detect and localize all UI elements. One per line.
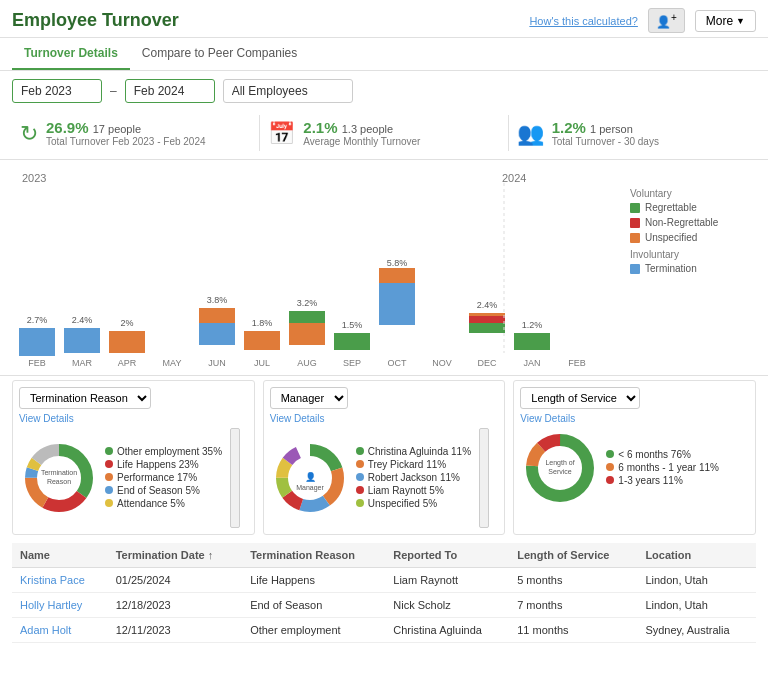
table-row: Adam Holt 12/11/2023 Other employment Ch… <box>12 618 756 643</box>
svg-text:1.8%: 1.8% <box>252 318 273 328</box>
col-reported-to: Reported To <box>385 543 509 568</box>
svg-rect-34 <box>469 313 505 316</box>
svg-text:👤: 👤 <box>304 471 316 483</box>
end-date-input[interactable] <box>125 79 215 103</box>
donut-panel-manager: Manager View Details 👤 Manager <box>263 380 506 535</box>
termination-reason-dropdown[interactable]: Termination Reason <box>19 387 151 409</box>
involuntary-label: Involuntary <box>630 249 752 260</box>
bar-chart-svg: 2023 2024 2.7% FEB 2.4% MAR 2% APR MAY 3… <box>12 168 602 368</box>
svg-rect-13 <box>199 323 235 345</box>
svg-text:JUL: JUL <box>254 358 270 368</box>
svg-text:DEC: DEC <box>477 358 497 368</box>
stat-30day-turnover: 👥 1.2% 1 person Total Turnover - 30 days <box>509 115 756 151</box>
employee-table-section: Name Termination Date ↑ Termination Reas… <box>0 543 768 651</box>
svg-text:2024: 2024 <box>502 172 526 184</box>
donut-chart-1: Termination Reason <box>19 438 99 518</box>
donut-content-2: 👤 Manager Christina Agluinda 11% Trey Pi… <box>270 428 499 528</box>
svg-rect-20 <box>289 323 325 345</box>
donut-legend-2: Christina Agluinda 11% Trey Pickard 11% … <box>356 446 471 511</box>
svg-rect-33 <box>469 316 505 323</box>
chevron-down-icon: ▼ <box>736 16 745 26</box>
chart-legend: Voluntary Regrettable Non-Regrettable Un… <box>626 168 756 371</box>
date-separator: – <box>110 84 117 98</box>
svg-text:Manager: Manager <box>296 484 324 492</box>
svg-text:2.4%: 2.4% <box>477 300 498 310</box>
page-title: Employee Turnover <box>12 10 179 31</box>
termination-date: 12/18/2023 <box>108 593 242 618</box>
svg-rect-6 <box>64 328 100 353</box>
svg-rect-14 <box>199 308 235 323</box>
donut-section: Termination Reason View Details Terminat… <box>0 375 768 543</box>
donut-legend-1: Other employment 35% Life Happens 23% Pe… <box>105 446 222 511</box>
termination-reason: Other employment <box>242 618 385 643</box>
donut-chart-2: 👤 Manager <box>270 438 350 518</box>
svg-text:3.8%: 3.8% <box>207 295 228 305</box>
svg-text:MAR: MAR <box>72 358 93 368</box>
regrettable-color <box>630 203 640 213</box>
termination-date: 01/25/2024 <box>108 568 242 593</box>
length-of-service: 11 months <box>509 618 637 643</box>
svg-rect-28 <box>379 268 415 283</box>
svg-text:FEB: FEB <box>568 358 586 368</box>
non-regrettable-color <box>630 218 640 228</box>
svg-text:Length of: Length of <box>546 459 575 467</box>
employee-filter-input[interactable] <box>223 79 353 103</box>
svg-text:Service: Service <box>549 468 572 475</box>
tab-compare-peers[interactable]: Compare to Peer Companies <box>130 38 309 70</box>
reported-to: Liam Raynott <box>385 568 509 593</box>
legend-non-regrettable: Non-Regrettable <box>630 217 752 228</box>
donut-panel-length-service: Length of Service View Details Length of… <box>513 380 756 535</box>
voluntary-label: Voluntary <box>630 188 752 199</box>
svg-text:Reason: Reason <box>47 478 71 485</box>
unspecified-color <box>630 233 640 243</box>
svg-text:2023: 2023 <box>22 172 46 184</box>
donut-panel-header-2: Manager <box>270 387 499 409</box>
stats-bar: ↻ 26.9% 17 people Total Turnover Feb 202… <box>0 111 768 160</box>
donut-scroll-1[interactable] <box>230 428 240 528</box>
more-button[interactable]: More ▼ <box>695 10 756 32</box>
svg-text:Termination: Termination <box>41 469 77 476</box>
svg-rect-32 <box>469 323 505 333</box>
stat-total-turnover: ↻ 26.9% 17 people Total Turnover Feb 202… <box>12 115 260 151</box>
donut-panel-termination-reason: Termination Reason View Details Terminat… <box>12 380 255 535</box>
donut-content-1: Termination Reason Other employment 35% … <box>19 428 248 528</box>
svg-text:OCT: OCT <box>388 358 408 368</box>
employee-name-link[interactable]: Adam Holt <box>12 618 108 643</box>
svg-text:FEB: FEB <box>28 358 46 368</box>
svg-text:JUN: JUN <box>208 358 226 368</box>
svg-text:2.7%: 2.7% <box>27 315 48 325</box>
svg-rect-9 <box>109 331 145 353</box>
svg-text:2%: 2% <box>120 318 133 328</box>
add-user-button[interactable]: 👤+ <box>648 8 685 33</box>
legend-regrettable: Regrettable <box>630 202 752 213</box>
svg-text:1.5%: 1.5% <box>342 320 363 330</box>
svg-rect-37 <box>514 333 550 350</box>
donut-content-3: Length of Service < 6 months 76% 6 month… <box>520 428 749 508</box>
employee-name-link[interactable]: Kristina Pace <box>12 568 108 593</box>
col-termination-date[interactable]: Termination Date ↑ <box>108 543 242 568</box>
termination-color <box>630 264 640 274</box>
termination-reason: End of Season <box>242 593 385 618</box>
donut-panel-header-1: Termination Reason <box>19 387 248 409</box>
svg-rect-24 <box>334 333 370 350</box>
svg-text:1.2%: 1.2% <box>522 320 543 330</box>
employee-table: Name Termination Date ↑ Termination Reas… <box>12 543 756 643</box>
length-service-dropdown[interactable]: Length of Service <box>520 387 640 409</box>
view-details-link-3[interactable]: View Details <box>520 413 749 424</box>
refresh-icon: ↻ <box>20 121 38 147</box>
location: Lindon, Utah <box>637 568 756 593</box>
tab-turnover-details[interactable]: Turnover Details <box>12 38 130 70</box>
legend-unspecified: Unspecified <box>630 232 752 243</box>
svg-rect-17 <box>244 331 280 350</box>
view-details-link-1[interactable]: View Details <box>19 413 248 424</box>
how-calculated-link[interactable]: How's this calculated? <box>529 15 638 27</box>
svg-text:NOV: NOV <box>432 358 452 368</box>
employee-name-link[interactable]: Holly Hartley <box>12 593 108 618</box>
view-details-link-2[interactable]: View Details <box>270 413 499 424</box>
start-date-input[interactable] <box>12 79 102 103</box>
calendar-icon: 📅 <box>268 121 295 147</box>
manager-dropdown[interactable]: Manager <box>270 387 348 409</box>
reported-to: Nick Scholz <box>385 593 509 618</box>
donut-scroll-2[interactable] <box>479 428 489 528</box>
svg-rect-27 <box>379 283 415 325</box>
